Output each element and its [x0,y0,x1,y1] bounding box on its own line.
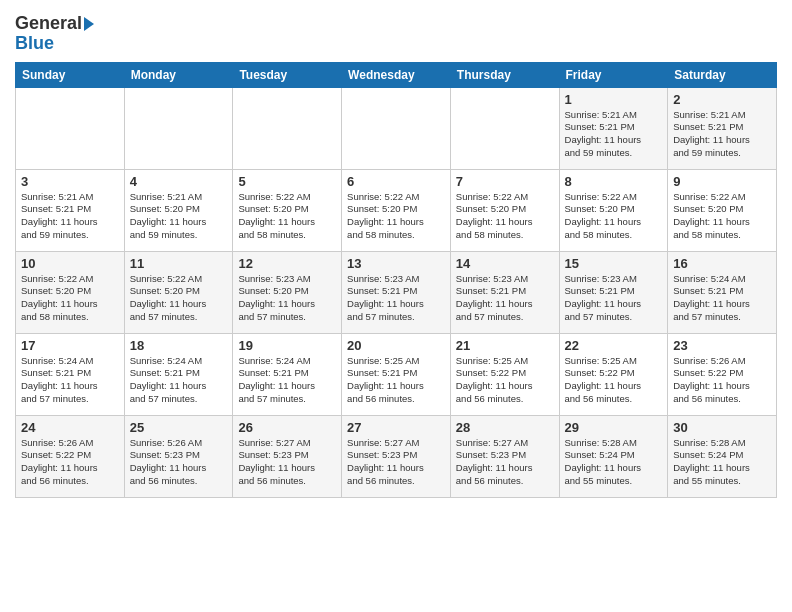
calendar-cell: 22Sunrise: 5:25 AMSunset: 5:22 PMDayligh… [559,333,668,415]
calendar-cell: 14Sunrise: 5:23 AMSunset: 5:21 PMDayligh… [450,251,559,333]
day-info: Sunrise: 5:25 AMSunset: 5:22 PMDaylight:… [565,355,663,406]
day-info: Sunrise: 5:21 AMSunset: 5:21 PMDaylight:… [21,191,119,242]
week-row-4: 17Sunrise: 5:24 AMSunset: 5:21 PMDayligh… [16,333,777,415]
logo-blue: Blue [15,34,54,54]
logo: General Blue [15,14,94,54]
day-number: 29 [565,420,663,435]
calendar-cell: 27Sunrise: 5:27 AMSunset: 5:23 PMDayligh… [342,415,451,497]
day-number: 15 [565,256,663,271]
day-info: Sunrise: 5:24 AMSunset: 5:21 PMDaylight:… [673,273,771,324]
day-info: Sunrise: 5:22 AMSunset: 5:20 PMDaylight:… [456,191,554,242]
day-info: Sunrise: 5:26 AMSunset: 5:23 PMDaylight:… [130,437,228,488]
calendar-cell: 16Sunrise: 5:24 AMSunset: 5:21 PMDayligh… [668,251,777,333]
day-info: Sunrise: 5:25 AMSunset: 5:21 PMDaylight:… [347,355,445,406]
calendar-cell [124,87,233,169]
calendar-table: SundayMondayTuesdayWednesdayThursdayFrid… [15,62,777,498]
calendar-cell: 9Sunrise: 5:22 AMSunset: 5:20 PMDaylight… [668,169,777,251]
day-info: Sunrise: 5:24 AMSunset: 5:21 PMDaylight:… [130,355,228,406]
week-row-1: 1Sunrise: 5:21 AMSunset: 5:21 PMDaylight… [16,87,777,169]
day-number: 16 [673,256,771,271]
calendar-cell [233,87,342,169]
weekday-header-wednesday: Wednesday [342,62,451,87]
calendar-cell: 15Sunrise: 5:23 AMSunset: 5:21 PMDayligh… [559,251,668,333]
day-number: 24 [21,420,119,435]
day-number: 2 [673,92,771,107]
day-number: 5 [238,174,336,189]
weekday-header-friday: Friday [559,62,668,87]
day-info: Sunrise: 5:27 AMSunset: 5:23 PMDaylight:… [456,437,554,488]
calendar-cell: 1Sunrise: 5:21 AMSunset: 5:21 PMDaylight… [559,87,668,169]
day-info: Sunrise: 5:22 AMSunset: 5:20 PMDaylight:… [673,191,771,242]
day-info: Sunrise: 5:22 AMSunset: 5:20 PMDaylight:… [238,191,336,242]
day-number: 4 [130,174,228,189]
day-number: 8 [565,174,663,189]
day-info: Sunrise: 5:28 AMSunset: 5:24 PMDaylight:… [565,437,663,488]
week-row-5: 24Sunrise: 5:26 AMSunset: 5:22 PMDayligh… [16,415,777,497]
day-info: Sunrise: 5:26 AMSunset: 5:22 PMDaylight:… [673,355,771,406]
day-info: Sunrise: 5:22 AMSunset: 5:20 PMDaylight:… [21,273,119,324]
weekday-header-sunday: Sunday [16,62,125,87]
day-info: Sunrise: 5:25 AMSunset: 5:22 PMDaylight:… [456,355,554,406]
calendar-cell: 29Sunrise: 5:28 AMSunset: 5:24 PMDayligh… [559,415,668,497]
day-number: 6 [347,174,445,189]
day-info: Sunrise: 5:21 AMSunset: 5:21 PMDaylight:… [673,109,771,160]
day-info: Sunrise: 5:22 AMSunset: 5:20 PMDaylight:… [130,273,228,324]
calendar-cell: 5Sunrise: 5:22 AMSunset: 5:20 PMDaylight… [233,169,342,251]
calendar-cell: 24Sunrise: 5:26 AMSunset: 5:22 PMDayligh… [16,415,125,497]
day-info: Sunrise: 5:24 AMSunset: 5:21 PMDaylight:… [21,355,119,406]
logo-arrow-icon [84,17,94,31]
day-number: 17 [21,338,119,353]
day-info: Sunrise: 5:26 AMSunset: 5:22 PMDaylight:… [21,437,119,488]
day-number: 14 [456,256,554,271]
calendar-cell: 17Sunrise: 5:24 AMSunset: 5:21 PMDayligh… [16,333,125,415]
day-number: 3 [21,174,119,189]
week-row-2: 3Sunrise: 5:21 AMSunset: 5:21 PMDaylight… [16,169,777,251]
day-number: 22 [565,338,663,353]
calendar-cell [342,87,451,169]
day-number: 28 [456,420,554,435]
calendar-cell: 23Sunrise: 5:26 AMSunset: 5:22 PMDayligh… [668,333,777,415]
calendar-cell: 26Sunrise: 5:27 AMSunset: 5:23 PMDayligh… [233,415,342,497]
day-number: 25 [130,420,228,435]
day-info: Sunrise: 5:23 AMSunset: 5:20 PMDaylight:… [238,273,336,324]
weekday-header-thursday: Thursday [450,62,559,87]
day-number: 30 [673,420,771,435]
day-info: Sunrise: 5:22 AMSunset: 5:20 PMDaylight:… [347,191,445,242]
calendar-cell: 7Sunrise: 5:22 AMSunset: 5:20 PMDaylight… [450,169,559,251]
day-info: Sunrise: 5:23 AMSunset: 5:21 PMDaylight:… [565,273,663,324]
day-number: 11 [130,256,228,271]
calendar-cell: 18Sunrise: 5:24 AMSunset: 5:21 PMDayligh… [124,333,233,415]
day-number: 21 [456,338,554,353]
weekday-header-saturday: Saturday [668,62,777,87]
day-info: Sunrise: 5:23 AMSunset: 5:21 PMDaylight:… [347,273,445,324]
calendar-cell [16,87,125,169]
day-number: 10 [21,256,119,271]
day-info: Sunrise: 5:23 AMSunset: 5:21 PMDaylight:… [456,273,554,324]
day-number: 19 [238,338,336,353]
calendar-cell: 6Sunrise: 5:22 AMSunset: 5:20 PMDaylight… [342,169,451,251]
calendar-cell: 8Sunrise: 5:22 AMSunset: 5:20 PMDaylight… [559,169,668,251]
day-info: Sunrise: 5:24 AMSunset: 5:21 PMDaylight:… [238,355,336,406]
calendar-cell: 20Sunrise: 5:25 AMSunset: 5:21 PMDayligh… [342,333,451,415]
day-number: 26 [238,420,336,435]
calendar-cell: 10Sunrise: 5:22 AMSunset: 5:20 PMDayligh… [16,251,125,333]
logo-general: General [15,14,82,34]
calendar-cell: 25Sunrise: 5:26 AMSunset: 5:23 PMDayligh… [124,415,233,497]
calendar-cell: 11Sunrise: 5:22 AMSunset: 5:20 PMDayligh… [124,251,233,333]
page-container: General Blue SundayMondayTuesdayWednesda… [0,0,792,503]
calendar-cell: 3Sunrise: 5:21 AMSunset: 5:21 PMDaylight… [16,169,125,251]
calendar-cell: 21Sunrise: 5:25 AMSunset: 5:22 PMDayligh… [450,333,559,415]
day-number: 18 [130,338,228,353]
day-number: 12 [238,256,336,271]
weekday-header-tuesday: Tuesday [233,62,342,87]
calendar-cell: 19Sunrise: 5:24 AMSunset: 5:21 PMDayligh… [233,333,342,415]
day-info: Sunrise: 5:27 AMSunset: 5:23 PMDaylight:… [238,437,336,488]
weekday-header-monday: Monday [124,62,233,87]
day-info: Sunrise: 5:21 AMSunset: 5:20 PMDaylight:… [130,191,228,242]
day-number: 9 [673,174,771,189]
calendar-cell: 13Sunrise: 5:23 AMSunset: 5:21 PMDayligh… [342,251,451,333]
calendar-cell: 30Sunrise: 5:28 AMSunset: 5:24 PMDayligh… [668,415,777,497]
day-info: Sunrise: 5:21 AMSunset: 5:21 PMDaylight:… [565,109,663,160]
day-number: 1 [565,92,663,107]
header: General Blue [15,10,777,54]
